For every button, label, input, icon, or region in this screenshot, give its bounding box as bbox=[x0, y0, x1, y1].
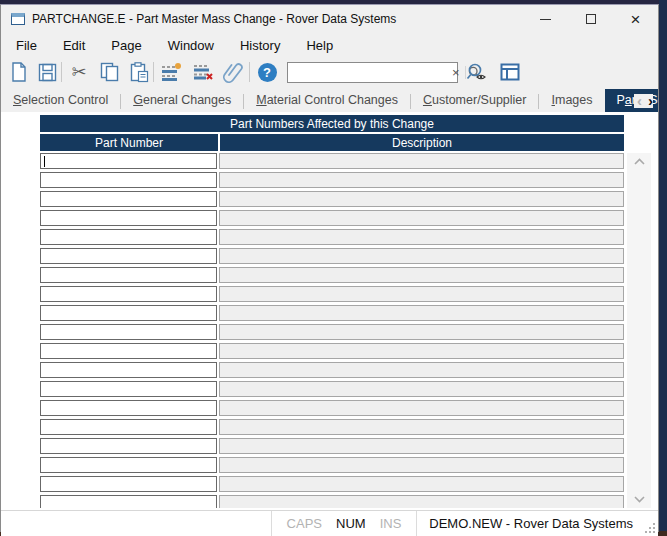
tab-general-changes[interactable]: General Changes bbox=[121, 89, 243, 112]
part-number-cell[interactable] bbox=[40, 267, 217, 283]
table-row bbox=[40, 305, 624, 321]
part-number-cell[interactable] bbox=[40, 305, 217, 321]
help-icon: ? bbox=[258, 63, 277, 82]
description-cell bbox=[219, 172, 624, 188]
tab-customer-supplier[interactable]: Customer/Supplier bbox=[411, 89, 539, 112]
tab-scroll-right-icon[interactable]: › bbox=[648, 94, 653, 108]
table-row bbox=[40, 153, 624, 169]
window-controls: × bbox=[523, 5, 658, 33]
description-cell bbox=[219, 305, 624, 321]
insert-row-icon bbox=[161, 63, 182, 81]
insert-row-button[interactable] bbox=[159, 60, 183, 84]
new-document-button[interactable] bbox=[7, 60, 31, 84]
resize-grip[interactable] bbox=[643, 521, 656, 534]
description-cell bbox=[219, 419, 624, 435]
menu-edit[interactable]: Edit bbox=[50, 35, 98, 56]
description-cell bbox=[219, 210, 624, 226]
part-number-cell[interactable] bbox=[40, 457, 217, 473]
paste-icon bbox=[129, 62, 149, 83]
part-number-cell[interactable] bbox=[40, 210, 217, 226]
part-number-cell[interactable] bbox=[40, 343, 217, 359]
lookup-button[interactable] bbox=[465, 60, 489, 84]
save-button[interactable] bbox=[35, 60, 59, 84]
table-row bbox=[40, 495, 624, 508]
search-input[interactable] bbox=[288, 64, 447, 81]
column-header-part-number[interactable]: Part Number bbox=[40, 134, 218, 151]
part-number-cell[interactable] bbox=[40, 400, 217, 416]
part-number-cell[interactable] bbox=[40, 286, 217, 302]
part-number-cell[interactable] bbox=[40, 495, 217, 508]
scroll-down-icon[interactable] bbox=[627, 491, 651, 508]
table-row bbox=[40, 191, 624, 207]
table-row bbox=[40, 438, 624, 454]
session-label: DEMO.NEW - Rover Data Systems bbox=[417, 516, 643, 531]
table-row bbox=[40, 229, 624, 245]
description-cell bbox=[219, 381, 624, 397]
save-icon bbox=[38, 63, 57, 82]
table-row bbox=[40, 343, 624, 359]
column-header-description[interactable]: Description bbox=[220, 134, 624, 151]
tab-material-control-changes[interactable]: Material Control Changes bbox=[244, 89, 410, 112]
part-number-cell[interactable] bbox=[40, 419, 217, 435]
paste-button[interactable] bbox=[127, 60, 151, 84]
new-document-icon bbox=[10, 62, 28, 82]
table-row bbox=[40, 248, 624, 264]
description-cell bbox=[219, 286, 624, 302]
layout-view-button[interactable] bbox=[498, 60, 522, 84]
table-row bbox=[40, 324, 624, 340]
tab-selection-control[interactable]: Selection Control bbox=[1, 89, 120, 112]
scroll-up-icon[interactable] bbox=[627, 153, 651, 170]
menu-page[interactable]: Page bbox=[98, 35, 154, 56]
description-cell bbox=[219, 324, 624, 340]
delete-row-button[interactable] bbox=[191, 60, 215, 84]
part-number-cell[interactable] bbox=[40, 324, 217, 340]
help-button[interactable]: ? bbox=[255, 60, 279, 84]
tab-images[interactable]: Images bbox=[539, 89, 604, 112]
menu-file[interactable]: File bbox=[3, 35, 50, 56]
desktop-edge-right bbox=[659, 0, 667, 536]
cut-button[interactable]: ✂ bbox=[67, 60, 91, 84]
part-number-cell[interactable] bbox=[40, 191, 217, 207]
description-cell bbox=[219, 191, 624, 207]
table-row bbox=[40, 210, 624, 226]
part-number-cell[interactable] bbox=[40, 381, 217, 397]
lock-indicators: CAPS NUM INS bbox=[272, 516, 417, 531]
table-row bbox=[40, 400, 624, 416]
text-caret bbox=[44, 156, 45, 167]
part-number-cell[interactable] bbox=[40, 153, 217, 169]
caps-lock-indicator: CAPS bbox=[280, 516, 329, 531]
description-cell bbox=[219, 248, 624, 264]
desktop: PARTCHANGE.E - Part Master Mass Change -… bbox=[0, 0, 667, 536]
parts-selected-page: Part Numbers Affected by this Change Par… bbox=[1, 112, 658, 510]
description-cell bbox=[219, 229, 624, 245]
description-cell bbox=[219, 476, 624, 492]
table-body bbox=[40, 153, 624, 508]
menu-help[interactable]: Help bbox=[293, 35, 346, 56]
table-row bbox=[40, 172, 624, 188]
minimize-button[interactable] bbox=[523, 5, 568, 33]
copy-button[interactable] bbox=[97, 60, 121, 84]
part-number-cell[interactable] bbox=[40, 438, 217, 454]
menu-history[interactable]: History bbox=[227, 35, 293, 56]
part-number-cell[interactable] bbox=[40, 476, 217, 492]
window-title: PARTCHANGE.E - Part Master Mass Change -… bbox=[32, 12, 396, 26]
search-box: × bbox=[287, 62, 458, 83]
maximize-button[interactable] bbox=[568, 5, 613, 33]
menu-window[interactable]: Window bbox=[155, 35, 227, 56]
part-number-cell[interactable] bbox=[40, 229, 217, 245]
part-number-cell[interactable] bbox=[40, 248, 217, 264]
search-clear-icon[interactable]: × bbox=[447, 65, 465, 80]
description-cell bbox=[219, 400, 624, 416]
tab-scroll-left-icon[interactable]: ‹ bbox=[637, 94, 642, 108]
app-icon bbox=[11, 13, 25, 25]
menu-bar: File Edit Page Window History Help bbox=[1, 33, 658, 57]
part-number-cell[interactable] bbox=[40, 362, 217, 378]
part-number-cell[interactable] bbox=[40, 172, 217, 188]
attachments-button[interactable] bbox=[221, 60, 245, 84]
description-cell bbox=[219, 267, 624, 283]
description-cell bbox=[219, 495, 624, 508]
table-row bbox=[40, 362, 624, 378]
description-cell bbox=[219, 438, 624, 454]
vertical-scrollbar[interactable] bbox=[627, 153, 651, 508]
close-button[interactable]: × bbox=[613, 5, 658, 33]
